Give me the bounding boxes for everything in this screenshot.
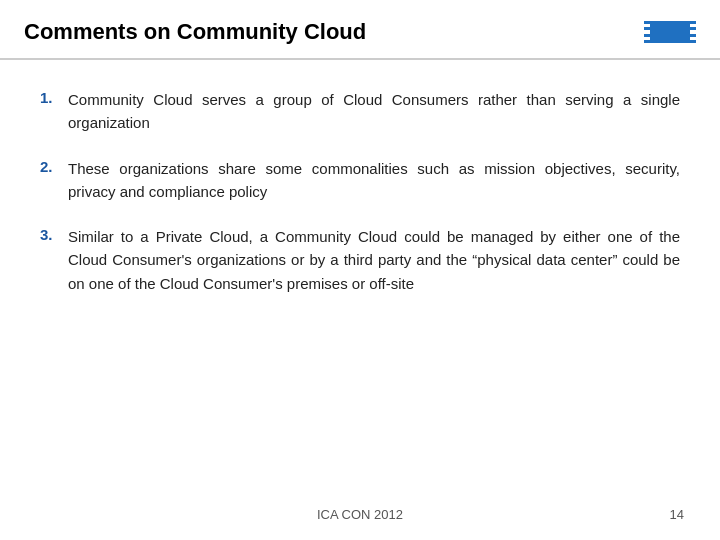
slide-header: Comments on Community Cloud [0,0,720,60]
item-number-1: 1. [40,89,68,106]
item-text-2: These organizations share some commonali… [68,157,680,204]
ibm-logo [644,18,696,46]
item-text-3: Similar to a Private Cloud, a Community … [68,225,680,295]
list-item: 3. Similar to a Private Cloud, a Communi… [40,225,680,295]
list-item: 1. Community Cloud serves a group of Clo… [40,88,680,135]
slide-footer: ICA CON 2012 14 [0,507,720,522]
list-item: 2. These organizations share some common… [40,157,680,204]
item-number-3: 3. [40,226,68,243]
slide: Comments on Community Cloud 1. Community… [0,0,720,540]
footer-center-text: ICA CON 2012 [317,507,403,522]
item-text-1: Community Cloud serves a group of Cloud … [68,88,680,135]
footer-page-number: 14 [670,507,684,522]
slide-content: 1. Community Cloud serves a group of Clo… [0,60,720,337]
item-number-2: 2. [40,158,68,175]
ibm-logo-bar-7 [644,40,696,43]
slide-title: Comments on Community Cloud [24,19,366,45]
